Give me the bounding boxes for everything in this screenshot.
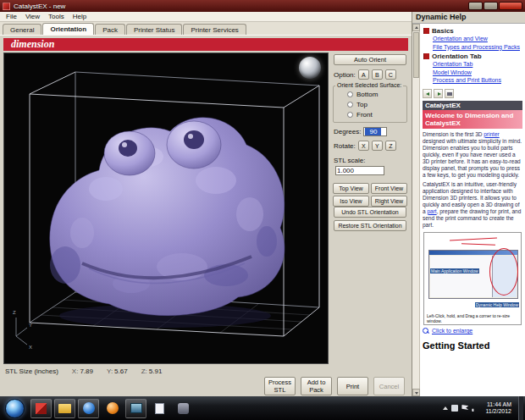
stl-size-z: Z:5.91 [141,368,163,375]
tab-pack[interactable]: Pack [95,24,125,35]
front-view-button[interactable]: Front View [371,183,407,194]
tab-general[interactable]: General [3,24,41,35]
part-link[interactable]: part [427,208,436,214]
orient-surface-group: Orient Selected Surface: Bottom Top [333,86,407,123]
rotate-x-button[interactable]: X [358,141,369,151]
scroll-down-arrow[interactable] [412,389,420,396]
menu-file[interactable]: File [2,13,21,20]
menu-tools[interactable]: Tools [44,13,69,20]
rotate-y-button[interactable]: Y [372,141,383,151]
help-back-icon[interactable] [423,89,432,98]
rotate-label: Rotate: [334,142,356,150]
maximize-button[interactable] [484,2,498,10]
dynamic-help-panel: Dynamic Help Basics Ori [412,12,525,396]
menu-help[interactable]: Help [69,13,91,20]
tray-expand-icon[interactable] [443,406,448,410]
tray-status-icon[interactable] [451,405,458,412]
clock-date: 11/2/2012 [485,408,511,415]
minimize-button[interactable] [468,2,483,10]
scroll-thumb[interactable] [413,32,419,78]
radio-row-top[interactable]: Top [334,101,406,108]
cancel-button: Cancel [373,377,405,395]
help-content: Basics Orientation and View File Types a… [420,24,525,396]
thumb-caption: Left-Click, hold, and Drag a corner to r… [427,313,518,323]
help-toolbar [423,89,522,98]
taskbar-document-icon[interactable] [149,399,170,418]
taskbar-explorer-icon[interactable] [54,399,75,418]
auto-orient-button[interactable]: Auto Orient [334,54,406,65]
right-view-button[interactable]: Right View [371,196,407,207]
bottom-radio-label: Bottom [356,91,378,98]
top-radio[interactable] [347,102,353,108]
3d-scene: Z Y X [4,53,328,363]
link-file-types[interactable]: File Types and Processing Packs [433,44,522,52]
help-section-orientation-tab: Orientation Tab [423,52,522,60]
process-stl-button[interactable]: Process STL [264,377,296,395]
help-paragraph-1: Dimension is the first 3D printer design… [423,131,522,179]
taskbar-media-icon[interactable] [102,399,123,418]
undo-stl-orientation-button[interactable]: Undo STL Orientation [334,207,406,218]
scroll-up-arrow[interactable] [412,24,420,31]
restore-stl-orientation-button[interactable]: Restore STL Orientation [334,220,406,231]
stl-scale-label: STL scale: [334,157,366,164]
degrees-input[interactable]: 90 [363,127,387,136]
bottom-radio[interactable] [347,91,353,97]
tab-orientation[interactable]: Orientation [42,23,94,35]
taskbar-catalystex-icon[interactable] [30,399,52,418]
link-orientation-and-view[interactable]: Orientation and View [433,36,522,43]
tab-strip: General Orientation Pack Printer Status … [0,22,412,36]
taskbar-browser-icon[interactable] [78,399,99,418]
thumb-label-help: Dynamic Help Window [475,302,519,307]
annotation-scribble [461,243,495,245]
printer-link[interactable]: printer [484,131,499,137]
option-b-button[interactable]: B [372,69,383,80]
model-viewport[interactable]: Z Y X [3,52,329,364]
help-scrollbar[interactable] [412,24,420,396]
top-view-button[interactable]: Top View [333,183,369,194]
radio-row-bottom[interactable]: Bottom [334,91,406,98]
rotate-z-button[interactable]: Z [385,141,396,151]
help-print-icon[interactable] [445,89,454,98]
stl-size-x: X:7.89 [72,368,93,375]
option-a-button[interactable]: A [358,69,369,80]
book-icon [423,28,429,34]
print-button[interactable]: Print [337,377,368,395]
stl-scale-input[interactable]: 1.000 [335,166,384,175]
click-to-enlarge-link[interactable]: Click to enlarge [432,328,472,334]
help-welcome-header: Welcome to Dimension and CatalystEX [423,110,522,129]
app-icon [3,3,10,10]
dimension-logo: dimension [11,38,54,50]
thumb-label-main: Main Application Window [430,268,479,274]
close-button[interactable] [499,2,522,10]
radio-row-front[interactable]: Front [334,111,406,119]
link-orientation-tab[interactable]: Orientation Tab [433,61,522,69]
link-model-window[interactable]: Model Window [433,69,522,77]
option-c-button[interactable]: C [385,69,396,80]
tab-printer-status[interactable]: Printer Status [126,24,182,35]
view-rotation-orb[interactable] [299,57,321,79]
help-screenshot-thumbnail[interactable]: Main Application Window Dynamic Help Win… [423,232,522,325]
tab-printer-services[interactable]: Printer Services [183,24,246,35]
dimension-banner: dimension [3,38,408,51]
add-to-pack-button[interactable]: Add to Pack [301,377,332,395]
tray-action-center-icon[interactable] [461,405,468,412]
stl-model[interactable] [50,118,285,316]
taskbar-app-window-icon[interactable] [125,399,146,418]
tray-network-icon[interactable] [472,405,478,412]
start-button[interactable] [5,399,25,418]
title-bar[interactable]: CatalystEX - new [0,0,525,12]
stl-size-y: Y:5.67 [107,368,128,375]
show-desktop-button[interactable] [518,396,523,420]
link-process-print-buttons[interactable]: Process and Print Buttons [433,77,522,85]
taskbar-settings-icon[interactable] [173,399,194,418]
iso-view-button[interactable]: Iso View [333,196,369,207]
front-radio[interactable] [347,112,353,118]
taskbar-clock[interactable]: 11:44 AM 11/2/2012 [485,401,511,415]
window-title: CatalystEX - new [14,3,467,10]
axis-y-label: Y [29,323,32,328]
orientation-controls: Auto Orient Option: A B C Orient Selecte… [332,52,408,364]
help-forward-icon[interactable] [434,89,443,98]
system-tray: 11:44 AM 11/2/2012 [443,396,523,420]
menu-view[interactable]: View [21,13,44,20]
option-label: Option: [334,71,356,79]
